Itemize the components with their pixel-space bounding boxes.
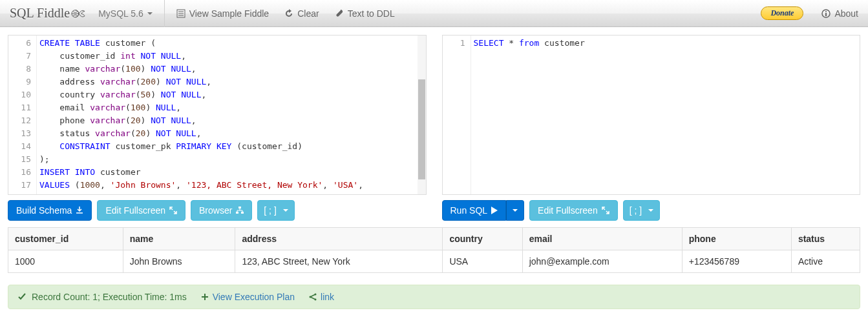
donate-button[interactable]: Donate (761, 6, 803, 20)
code-line[interactable]: INSERT INTO customer (39, 166, 415, 179)
schema-terminator-dropdown[interactable]: [ ; ] (257, 200, 294, 221)
wrench-icon (335, 9, 344, 18)
code-line[interactable]: CONSTRAINT customer_pk PRIMARY KEY (cust… (39, 140, 415, 153)
db-selector-label: MySQL 5.6 (98, 8, 143, 19)
plus-icon (201, 293, 209, 301)
run-sql-button[interactable]: Run SQL (442, 200, 507, 221)
line-number: 10 (8, 88, 36, 101)
code-line[interactable]: country varchar(50) NOT NULL, (39, 88, 415, 101)
results-container: customer_idnameaddresscountryemailphones… (8, 227, 860, 273)
svg-rect-9 (236, 212, 238, 214)
line-number: 18 (8, 192, 36, 195)
terminator-label: [ ; ] (630, 205, 642, 216)
table-cell: +123456789 (682, 250, 791, 273)
schema-scroll-thumb[interactable] (418, 79, 425, 179)
table-cell: john@example.com (522, 250, 682, 273)
column-header: email (522, 228, 682, 250)
text-to-ddl-label: Text to DDL (348, 8, 395, 19)
line-number: 11 (8, 101, 36, 114)
run-sql-group: Run SQL (442, 200, 525, 221)
line-number: 6 (8, 37, 36, 50)
query-code[interactable]: SELECT * from customer (471, 35, 860, 194)
query-terminator-dropdown[interactable]: [ ; ] (623, 200, 660, 221)
code-line[interactable]: ); (39, 153, 415, 166)
column-header: phone (682, 228, 791, 250)
fullscreen-icon (169, 207, 177, 214)
query-gutter: 1 (443, 35, 471, 194)
run-sql-label: Run SQL (450, 205, 488, 216)
query-editor[interactable]: 1 SELECT * from customer (442, 35, 861, 195)
code-line[interactable]: CREATE TABLE customer ( (39, 37, 415, 50)
svg-rect-7 (825, 13, 827, 16)
code-line[interactable]: name varchar(100) NOT NULL, (39, 63, 415, 76)
schema-code[interactable]: CREATE TABLE customer ( customer_id int … (37, 35, 418, 194)
status-summary: Record Count: 1; Execution Time: 1ms (32, 292, 187, 302)
about-button[interactable]: About (814, 0, 858, 27)
table-cell: John Browns (123, 250, 235, 273)
results-header-row: customer_idnameaddresscountryemailphones… (8, 228, 860, 250)
table-cell: USA (443, 250, 522, 273)
build-schema-button[interactable]: Build Schema (8, 200, 92, 221)
svg-point-13 (315, 299, 317, 301)
link-label: link (321, 292, 334, 302)
db-selector[interactable]: MySQL 5.6 (90, 8, 160, 19)
line-number: 12 (8, 114, 36, 127)
schema-edit-fullscreen[interactable]: Edit Fullscreen (97, 200, 185, 221)
table-row: 1000John Browns123, ABC Street, New York… (8, 250, 860, 273)
table-cell: 1000 (8, 250, 123, 273)
column-header: name (123, 228, 235, 250)
line-number: 16 (8, 166, 36, 179)
brand-text: SQL Fiddle (10, 6, 70, 21)
line-number: 15 (8, 153, 36, 166)
line-number: 9 (8, 76, 36, 88)
results-body: 1000John Browns123, ABC Street, New York… (8, 250, 860, 273)
schema-panel: 6789101112131415161718 CREATE TABLE cust… (8, 35, 427, 221)
line-number: 17 (8, 179, 36, 192)
clear-button[interactable]: Clear (277, 0, 326, 27)
svg-point-11 (310, 296, 312, 298)
run-sql-dropdown[interactable] (506, 200, 524, 221)
status-bar: Record Count: 1; Execution Time: 1ms Vie… (8, 285, 860, 309)
code-line[interactable]: VALUES (1000, 'John Browns', '123, ABC S… (39, 179, 415, 192)
build-schema-label: Build Schema (16, 205, 72, 216)
caret-down-icon (648, 209, 653, 212)
column-header: address (235, 228, 443, 250)
share-icon (309, 293, 317, 301)
about-label: About (834, 8, 858, 19)
line-number: 8 (8, 63, 36, 76)
status-summary-group: Record Count: 1; Execution Time: 1ms (17, 292, 187, 302)
list-icon (176, 9, 185, 18)
edit-fullscreen-label: Edit Fullscreen (105, 205, 165, 216)
line-number: 7 (8, 50, 36, 63)
play-icon (491, 207, 498, 214)
code-line[interactable]: status varchar(20) NOT NULL, (39, 127, 415, 140)
schema-editor[interactable]: 6789101112131415161718 CREATE TABLE cust… (8, 35, 427, 195)
line-number: 14 (8, 140, 36, 153)
fullscreen-icon (602, 207, 609, 214)
table-cell: Active (791, 250, 860, 273)
download-icon (76, 207, 83, 214)
view-sample-label: View Sample Fiddle (189, 8, 269, 19)
column-header: status (791, 228, 860, 250)
tree-icon (236, 207, 244, 214)
schema-scrollbar[interactable] (418, 35, 426, 194)
code-line[interactable]: address varchar(200) NOT NULL, (39, 76, 415, 88)
code-line[interactable]: phone varchar(20) NOT NULL, (39, 114, 415, 127)
code-line[interactable]: email varchar(100) NULL, (39, 101, 415, 114)
schema-gutter: 6789101112131415161718 (8, 35, 37, 194)
code-line[interactable]: customer_id int NOT NULL, (39, 50, 415, 63)
browser-button[interactable]: Browser (191, 200, 252, 221)
svg-rect-10 (241, 212, 244, 214)
code-line[interactable]: SELECT * from customer (474, 37, 858, 50)
view-sample-fiddle[interactable]: View Sample Fiddle (169, 0, 277, 27)
exec-plan-label: View Execution Plan (213, 292, 295, 302)
brand[interactable]: SQL Fiddle (10, 6, 85, 21)
edit-fullscreen-label: Edit Fullscreen (538, 205, 598, 216)
view-execution-plan[interactable]: View Execution Plan (201, 292, 295, 302)
nav-divider (164, 0, 165, 27)
link-button[interactable]: link (309, 292, 334, 302)
query-edit-fullscreen[interactable]: Edit Fullscreen (529, 200, 618, 221)
check-icon (17, 292, 26, 301)
svg-point-6 (825, 11, 827, 12)
text-to-ddl[interactable]: Text to DDL (327, 0, 403, 27)
